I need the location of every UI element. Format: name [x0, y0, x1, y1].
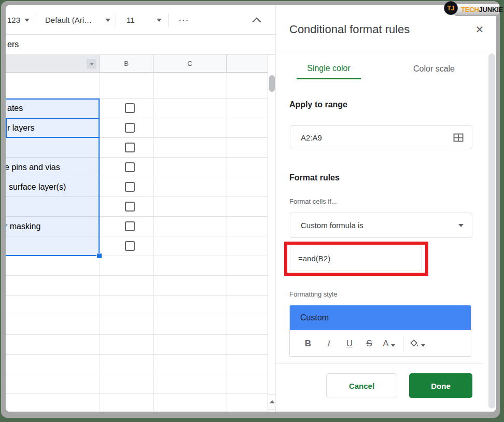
format-cells-if-label: Format cells if... [289, 198, 337, 205]
sheet-vertical-scrollbar[interactable] [268, 55, 275, 412]
filter-caret-icon [90, 63, 94, 65]
font-family-value: Default (Ari… [45, 16, 97, 24]
close-icon: ✕ [475, 23, 484, 36]
font-family-selector[interactable]: Default (Ari… [45, 5, 110, 35]
scroll-arrow-icon [270, 400, 275, 403]
checkbox-b3[interactable] [125, 123, 135, 133]
column-header-c[interactable]: C [153, 55, 227, 73]
text-color-button[interactable]: A [381, 336, 397, 351]
spreadsheet-grid: B C ates r layers e pins and vias [6, 55, 268, 412]
red-highlight-annotation: =and(B2) [284, 242, 428, 276]
condition-value: Custom formula is [301, 221, 363, 230]
sheets-toolbar: 123 Default (Ari… 11 ⋯ [6, 5, 275, 35]
screenshot-frame: 123 Default (Ari… 11 ⋯ [0, 0, 504, 422]
formula-value: =and(B2) [298, 254, 330, 263]
style-toolbar: B I U S A [290, 330, 471, 357]
done-label: Done [431, 382, 451, 390]
cell-a5[interactable]: e pins and vias [6, 162, 60, 173]
tab-label: Color scale [413, 64, 455, 74]
selection-fill-handle[interactable] [96, 253, 102, 259]
range-input[interactable]: A2:A9 [290, 125, 472, 149]
conditional-format-panel: Conditional format rules ✕ Single color … [275, 5, 496, 412]
app-window: 123 Default (Ari… 11 ⋯ [1, 1, 500, 418]
panel-divider [276, 50, 496, 50]
filter-button[interactable] [87, 59, 96, 69]
dropdown-caret-icon [157, 19, 162, 22]
checkbox-b7[interactable] [125, 202, 135, 212]
formula-bar[interactable]: ers [6, 35, 275, 55]
cell-a8[interactable]: r masking [6, 221, 40, 232]
panel-scrollbar-thumb[interactable] [488, 53, 495, 409]
cancel-button[interactable]: Cancel [326, 373, 397, 398]
range-value: A2:A9 [301, 133, 322, 142]
italic-icon: I [327, 339, 330, 349]
more-options-button[interactable]: ⋯ [178, 5, 189, 35]
number-format-button[interactable]: 123 [7, 5, 30, 35]
italic-button[interactable]: I [321, 336, 337, 351]
apply-to-range-heading: Apply to range [289, 100, 347, 109]
dropdown-caret-icon [458, 224, 464, 227]
formatting-style-box: Custom B I U S A [289, 305, 471, 357]
custom-formula-input[interactable]: =and(B2) [290, 246, 422, 271]
column-header-a[interactable] [6, 55, 100, 73]
cell-a2[interactable]: ates [7, 103, 23, 114]
condition-dropdown[interactable]: Custom formula is [290, 213, 472, 238]
number-format-label: 123 [7, 16, 20, 24]
column-gridline [227, 73, 227, 412]
font-size-selector[interactable]: 11 [127, 5, 162, 35]
logo-tech-text: TECH [461, 6, 479, 13]
format-rules-heading: Format rules [289, 173, 340, 182]
panel-footer-divider [276, 363, 483, 364]
checkbox-b4[interactable] [125, 143, 135, 152]
checkbox-b9[interactable] [125, 241, 135, 251]
techjunkie-badge: TECHJUNKIE [454, 3, 500, 16]
formula-bar-value: ers [7, 40, 19, 49]
checkbox-b6[interactable] [125, 182, 135, 192]
style-preview: Custom [290, 305, 471, 330]
chevron-up-icon [253, 17, 261, 26]
panel-title: Conditional format rules [289, 23, 410, 36]
toolbar-divider [35, 13, 35, 27]
column-header-b[interactable]: B [100, 55, 153, 73]
toolbar-divider [116, 13, 116, 27]
toolbar-divider [169, 13, 169, 27]
dropdown-caret-icon [391, 344, 395, 347]
text-color-icon: A [383, 339, 388, 349]
strikethrough-icon: S [366, 339, 372, 349]
cell-a3[interactable]: r layers [7, 122, 34, 134]
select-range-grid-icon[interactable] [453, 133, 464, 142]
checkbox-b5[interactable] [125, 162, 135, 172]
column-gridline [153, 73, 154, 412]
logo-junkie-text: JUNKIE [479, 6, 503, 13]
bold-icon: B [305, 339, 311, 349]
toolbar-divider [403, 336, 403, 351]
collapse-toolbar-button[interactable] [254, 5, 260, 35]
underline-icon: U [346, 339, 353, 349]
close-button[interactable]: ✕ [472, 22, 487, 37]
cell-a6[interactable]: surface layer(s) [9, 181, 66, 193]
done-button[interactable]: Done [409, 373, 472, 398]
column-header-d[interactable] [227, 55, 268, 73]
scrollbar-thumb[interactable] [269, 75, 275, 92]
dropdown-caret-icon [421, 344, 425, 347]
bold-button[interactable]: B [300, 336, 316, 351]
dropdown-caret-icon [105, 19, 110, 22]
tab-label: Single color [307, 64, 351, 73]
column-letter: B [124, 60, 129, 67]
paint-bucket-icon [410, 339, 419, 348]
column-letter: C [187, 60, 192, 67]
underline-button[interactable]: U [342, 336, 357, 351]
scroll-up-button[interactable] [268, 394, 276, 410]
font-size-value: 11 [127, 16, 135, 24]
checkbox-b8[interactable] [125, 221, 135, 231]
fill-color-button[interactable] [410, 336, 425, 351]
grid-row[interactable] [6, 73, 268, 99]
tab-single-color[interactable]: Single color [297, 59, 361, 79]
more-ellipsis-icon: ⋯ [178, 14, 189, 26]
tab-color-scale[interactable]: Color scale [395, 59, 473, 79]
strikethrough-button[interactable]: S [361, 336, 377, 351]
app-content: 123 Default (Ari… 11 ⋯ [6, 5, 496, 412]
checkbox-b2[interactable] [125, 103, 135, 113]
column-gridline [100, 73, 100, 412]
monogram-text: TJ [447, 5, 454, 12]
